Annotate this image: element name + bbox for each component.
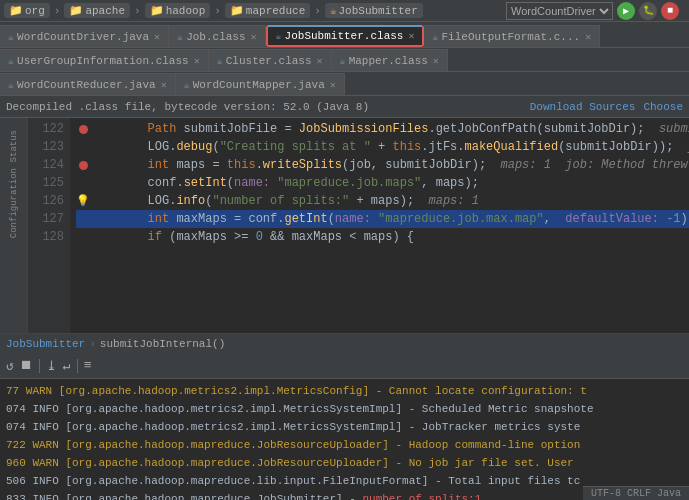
stop-icon[interactable]: ⏹ (20, 358, 33, 373)
sidebar-label-status: Status (9, 130, 19, 162)
class-icon-3: ☕ (432, 31, 438, 43)
close-tab-5[interactable]: ✕ (194, 55, 200, 67)
tabs-row-2: ☕ UserGroupInformation.class ✕ ☕ Cluster… (0, 48, 689, 72)
decompile-info-text: Decompiled .class file, bytecode version… (6, 101, 369, 113)
status-bar: UTF-8 CRLF Java (583, 486, 689, 500)
java-icon-3: ☕ (184, 79, 190, 91)
bulb-icon: 💡 (76, 192, 90, 210)
sep1: › (54, 5, 61, 17)
code-text-128: if (maxMaps >= 0 && maxMaps < maps) { (90, 228, 414, 246)
bottom-panel: ↺ ⏹ ⤓ ↵ ≡ 77 WARN [org.apache.hadoop.met… (0, 353, 689, 500)
log-line-2: 074 INFO [org.apache.hadoop.metrics2.imp… (6, 400, 683, 418)
log-line-6: 506 INFO [org.apache.hadoop.mapreduce.li… (6, 472, 683, 490)
log-line-5: 960 WARN [org.apache.hadoop.mapreduce.Jo… (6, 454, 683, 472)
code-text-123: LOG.debug("Creating splits at " + this.j… (90, 138, 689, 156)
tab-cluster[interactable]: ☕ Cluster.class ✕ (209, 49, 332, 71)
code-line-124: int maps = this.writeSplits(job, submitJ… (76, 156, 689, 174)
close-tab-7[interactable]: ✕ (433, 55, 439, 67)
tabs-row-3: ☕ WordCountReducer.java ✕ ☕ WordCountMap… (0, 72, 689, 96)
code-text-122: Path submitJobFile = JobSubmissionFiles.… (90, 120, 689, 138)
status-text: UTF-8 CRLF Java (591, 488, 681, 499)
breakpoint-124[interactable] (79, 161, 88, 170)
tab-job-class[interactable]: ☕ Job.class ✕ (169, 25, 265, 47)
code-line-123: LOG.debug("Creating splits at " + this.j… (76, 138, 689, 156)
code-line-122: Path submitJobFile = JobSubmissionFiles.… (76, 120, 689, 138)
breakpoint-122[interactable] (79, 125, 88, 134)
code-line-126: 💡 LOG.info("number of splits:" + maps); … (76, 192, 689, 210)
close-tab-8[interactable]: ✕ (161, 79, 167, 91)
toolbar-separator (39, 359, 40, 373)
breadcrumb-hadoop[interactable]: 📁 hadoop (145, 3, 211, 18)
tab-wordcountreducer[interactable]: ☕ WordCountReducer.java ✕ (0, 73, 176, 95)
breadcrumb-method: submitJobInternal() (100, 338, 225, 350)
class-icon-5: ☕ (217, 55, 223, 67)
breadcrumb-apache[interactable]: 📁 apache (64, 3, 130, 18)
log-text-7: 833 INFO [org.apache.hadoop.mapreduce.Jo… (6, 491, 481, 500)
wrap-icon[interactable]: ↵ (63, 358, 71, 374)
log-line-7: 833 INFO [org.apache.hadoop.mapreduce.Jo… (6, 490, 683, 500)
run-controls: WordCountDriver ▶ 🐛 ■ (506, 2, 685, 20)
filter-icon[interactable]: ≡ (84, 358, 92, 373)
code-line-127: int maxMaps = conf.getInt(name: "mapredu… (76, 210, 689, 228)
marker-122 (76, 125, 90, 134)
class-icon-2: ☕ (276, 30, 282, 42)
decompile-info-bar: Decompiled .class file, bytecode version… (0, 96, 689, 118)
code-text-125: conf.setInt(name: "mapreduce.job.maps", … (90, 174, 479, 192)
stop-button[interactable]: ■ (661, 2, 679, 20)
log-text-5: 960 WARN [org.apache.hadoop.mapreduce.Jo… (6, 455, 574, 471)
breadcrumb-org[interactable]: 📁 org (4, 3, 50, 18)
scroll-end-icon[interactable]: ⤓ (46, 358, 57, 374)
close-tab-1[interactable]: ✕ (154, 31, 160, 43)
download-sources-btn[interactable]: Download Sources (530, 101, 636, 113)
breadcrumb-jobsubmitter-link[interactable]: JobSubmitter (6, 338, 85, 350)
tab-wordcountdriver-java[interactable]: ☕ WordCountDriver.java ✕ (0, 25, 169, 47)
code-editor: Status Configuration 122 123 124 125 126… (0, 118, 689, 333)
breadcrumb-mapreduce[interactable]: 📁 mapreduce (225, 3, 310, 18)
marker-126: 💡 (76, 192, 90, 210)
sep4: › (314, 5, 321, 17)
java-icon: ☕ (8, 31, 14, 43)
tab-jobsubmitter-class[interactable]: ☕ JobSubmitter.class ✕ (266, 25, 425, 47)
driver-select[interactable]: WordCountDriver (506, 2, 613, 20)
log-line-1: 77 WARN [org.apache.hadoop.metrics2.impl… (6, 382, 683, 400)
tab-usergroupinfo[interactable]: ☕ UserGroupInformation.class ✕ (0, 49, 209, 71)
debug-button[interactable]: 🐛 (639, 2, 657, 20)
tabs-row-1: ☕ WordCountDriver.java ✕ ☕ Job.class ✕ ☕… (0, 22, 689, 48)
code-line-128: if (maxMaps >= 0 && maxMaps < maps) { (76, 228, 689, 246)
tab-mapper[interactable]: ☕ Mapper.class ✕ (332, 49, 448, 71)
close-tab-9[interactable]: ✕ (330, 79, 336, 91)
tab-fileoutputformat[interactable]: ☕ FileOutputFormat.c... ✕ (424, 25, 600, 47)
log-text-1: 77 WARN [org.apache.hadoop.metrics2.impl… (6, 383, 587, 399)
rerun-icon[interactable]: ↺ (6, 358, 14, 374)
marker-124 (76, 161, 90, 170)
code-text-124: int maps = this.writeSplits(job, submitJ… (90, 156, 689, 174)
top-breadcrumb-bar: 📁 org › 📁 apache › 📁 hadoop › 📁 mapreduc… (0, 0, 689, 22)
editor-breadcrumb: JobSubmitter › submitJobInternal() (0, 333, 689, 353)
close-tab-2[interactable]: ✕ (251, 31, 257, 43)
run-button[interactable]: ▶ (617, 2, 635, 20)
log-line-4: 722 WARN [org.apache.hadoop.mapreduce.Jo… (6, 436, 683, 454)
code-line-125: conf.setInt(name: "mapreduce.job.maps", … (76, 174, 689, 192)
sidebar-label-config: Configuration (9, 168, 19, 238)
log-output: 77 WARN [org.apache.hadoop.metrics2.impl… (0, 379, 689, 500)
log-line-3: 074 INFO [org.apache.hadoop.metrics2.imp… (6, 418, 683, 436)
code-content[interactable]: Path submitJobFile = JobSubmissionFiles.… (70, 118, 689, 333)
sep3: › (214, 5, 221, 17)
line-number-gutter: 122 123 124 125 126 127 128 (28, 118, 70, 333)
code-text-127: int maxMaps = conf.getInt(name: "mapredu… (90, 210, 689, 228)
log-text-2: 074 INFO [org.apache.hadoop.metrics2.imp… (6, 401, 594, 417)
sep2: › (134, 5, 141, 17)
close-tab-3[interactable]: ✕ (408, 30, 414, 42)
choose-btn[interactable]: Choose (643, 101, 683, 113)
code-text-126: LOG.info("number of splits:" + maps); ma… (90, 192, 479, 210)
breadcrumb-jobsubmitter[interactable]: ☕ JobSubmitter (325, 3, 423, 18)
class-icon-4: ☕ (8, 55, 14, 67)
class-icon-6: ☕ (340, 55, 346, 67)
log-text-3: 074 INFO [org.apache.hadoop.metrics2.imp… (6, 419, 580, 435)
class-icon-1: ☕ (177, 31, 183, 43)
close-tab-4[interactable]: ✕ (585, 31, 591, 43)
close-tab-6[interactable]: ✕ (317, 55, 323, 67)
tab-wordcountmapper[interactable]: ☕ WordCountMapper.java ✕ (176, 73, 345, 95)
log-text-6: 506 INFO [org.apache.hadoop.mapreduce.li… (6, 473, 580, 489)
java-icon-2: ☕ (8, 79, 14, 91)
